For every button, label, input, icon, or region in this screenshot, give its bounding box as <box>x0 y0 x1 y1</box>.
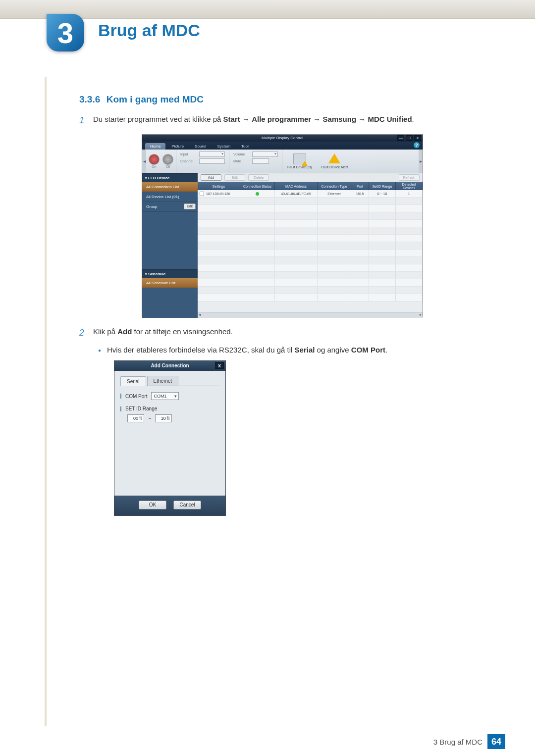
step-2: 2 Klik på Add for at tilføje en visnings… <box>79 326 485 340</box>
side-all-device[interactable]: All Device List (01) <box>142 192 198 202</box>
volume-label: Volume <box>233 152 250 156</box>
minimize-button[interactable]: — <box>397 135 404 141</box>
ok-button[interactable]: OK <box>139 501 166 509</box>
refresh-button[interactable]: Refresh <box>399 174 420 181</box>
field-marker-icon <box>120 406 121 411</box>
setid-label: SET ID Range <box>125 406 157 411</box>
ribbon: ◂ On Off Input Channel Volume Mute <box>142 150 423 173</box>
tab-sound[interactable]: Sound <box>190 143 211 150</box>
step-1-text: Du starter programmet ved at klikke på S… <box>93 114 485 127</box>
col-conntype: Connection Type <box>318 182 351 190</box>
input-label: Input <box>180 152 197 156</box>
setid-range-row: 00 ~ 10 <box>120 414 219 422</box>
table-row <box>198 198 423 205</box>
table-row <box>198 264 423 272</box>
side-panel: LFD Device All Connection List All Devic… <box>142 173 198 318</box>
table-row <box>198 205 423 212</box>
fault-device-icon[interactable]: Fault Device (0) <box>287 153 312 169</box>
power-off-button[interactable] <box>162 154 173 165</box>
main-tabbar: Home Picture Sound System Tool ? <box>142 142 423 150</box>
tab-picture[interactable]: Picture <box>166 143 189 150</box>
volume-select[interactable] <box>252 151 278 157</box>
group-edit-button[interactable]: Edit <box>184 203 196 209</box>
mute-label: Mute <box>233 159 250 163</box>
row-checkbox[interactable] <box>200 192 204 196</box>
maximize-button[interactable]: □ <box>406 135 413 141</box>
left-rule <box>45 77 47 726</box>
comport-row: COM Port COM1 <box>120 392 219 400</box>
ribbon-scroll-left[interactable]: ◂ <box>142 150 146 173</box>
dialog-tabs: Serial Ethernet <box>120 376 219 386</box>
chapter-title: Brug af MDC <box>98 21 200 40</box>
tab-serial[interactable]: Serial <box>120 376 146 386</box>
tab-ethernet[interactable]: Ethernet <box>147 376 179 386</box>
col-detected: Detected Devices <box>396 182 423 190</box>
step-number: 1 <box>79 114 93 127</box>
main-panel: Add Edit Delete Refresh Settings Connect… <box>198 173 423 318</box>
setid-label-row: SET ID Range <box>120 406 219 411</box>
help-icon[interactable]: ? <box>414 142 420 148</box>
side-all-connection[interactable]: All Connection List <box>142 182 198 192</box>
side-hdr-schedule[interactable]: Schedule <box>142 269 198 278</box>
tab-tool[interactable]: Tool <box>236 143 254 150</box>
range-to-stepper[interactable]: 10 <box>155 414 172 422</box>
side-spacer <box>142 212 198 269</box>
table-row[interactable]: 107.108.89.126 40-61-86-4E-FC-65 Etherne… <box>198 190 423 198</box>
ribbon-volume-group: Volume Mute <box>229 150 282 173</box>
action-row: Add Edit Delete Refresh <box>198 173 423 182</box>
comport-label: COM Port <box>125 394 147 399</box>
add-connection-dialog: Add Connection x Serial Ethernet COM Por… <box>114 360 226 516</box>
dialog-body: Serial Ethernet COM Port COM1 SET ID Ran… <box>114 371 225 496</box>
side-all-schedule[interactable]: All Schedule List <box>142 278 198 288</box>
page-number: 64 <box>487 734 505 749</box>
ribbon-power-group: On Off <box>146 150 176 173</box>
table-row <box>198 250 423 257</box>
dialog-title: Add Connection x <box>114 361 225 371</box>
dialog-close-button[interactable]: x <box>215 362 224 369</box>
ribbon-fault-group: Fault Device (0) Fault Device Alert <box>282 150 353 173</box>
range-from-stepper[interactable]: 00 <box>127 414 144 422</box>
window-controls: — □ x <box>397 135 421 141</box>
footer-label: 3 Brug af MDC <box>433 738 482 746</box>
delete-button[interactable]: Delete <box>248 174 269 181</box>
channel-stepper[interactable] <box>199 158 225 164</box>
section-heading: 3.3.6 Kom i gang med MDC <box>79 94 485 105</box>
cancel-button[interactable]: Cancel <box>173 501 201 509</box>
step-number: 2 <box>79 326 93 340</box>
input-select[interactable] <box>199 151 225 157</box>
side-hdr-lfd[interactable]: LFD Device <box>142 173 198 182</box>
horizontal-scrollbar[interactable] <box>198 312 423 318</box>
section-title: Kom i gang med MDC <box>107 94 204 104</box>
step-1: 1 Du starter programmet ved at klikke på… <box>79 114 485 127</box>
table-row <box>198 294 423 302</box>
fault-alert-icon[interactable]: Fault Device Alert <box>321 153 348 169</box>
table-row <box>198 235 423 242</box>
ribbon-input-group: Input Channel <box>176 150 229 173</box>
mdc-window-title: Multiple Display Control — □ x <box>142 135 423 142</box>
table-row <box>198 242 423 250</box>
side-group[interactable]: Group Edit <box>142 202 198 212</box>
content-area: 3.3.6 Kom i gang med MDC 1 Du starter pr… <box>79 94 485 516</box>
power-off-label: Off <box>162 165 173 168</box>
tab-home[interactable]: Home <box>145 143 165 150</box>
tab-system[interactable]: System <box>212 143 235 150</box>
field-marker-icon <box>120 394 121 399</box>
close-button[interactable]: x <box>414 135 421 141</box>
mute-toggle[interactable] <box>252 158 269 164</box>
page-footer: 3 Brug af MDC 64 <box>0 734 535 749</box>
ribbon-scroll-right[interactable]: ▸ <box>419 150 423 173</box>
col-connstatus: Connection Status <box>240 182 275 190</box>
section-number: 3.3.6 <box>79 94 100 104</box>
bullet-rs232c: ● Hvis der etableres forbindelse via RS2… <box>98 346 485 355</box>
comport-select[interactable]: COM1 <box>151 392 179 400</box>
grid-header: Settings Connection Status MAC Address C… <box>198 182 423 190</box>
add-button[interactable]: Add <box>201 174 221 181</box>
power-on-button[interactable] <box>149 154 160 165</box>
step-2-text: Klik på Add for at tilføje en visningsen… <box>93 326 485 340</box>
chapter-number-badge: 3 <box>47 14 84 51</box>
table-row <box>198 279 423 287</box>
edit-button[interactable]: Edit <box>224 174 245 181</box>
dialog-footer: OK Cancel <box>114 496 225 515</box>
mdc-screenshot: Multiple Display Control — □ x Home Pict… <box>142 134 423 317</box>
table-row <box>198 220 423 227</box>
